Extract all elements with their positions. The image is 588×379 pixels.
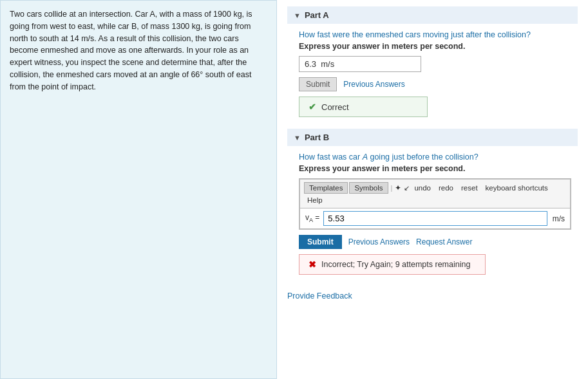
part-b-express: Express your answer in meters per second… (299, 164, 571, 173)
math-toolbar: Templates Symbols | ✦ ↙ undo redo reset … (299, 179, 571, 208)
part-b-arrow-icon: ▼ (294, 134, 301, 142)
part-a-correct-label: Correct (321, 102, 349, 112)
part-a-label: Part A (305, 10, 329, 20)
part-a-input-row (299, 56, 571, 72)
part-b-incorrect-banner: ✖ Incorrect; Try Again; 9 attempts remai… (299, 254, 486, 275)
part-a-express: Express your answer in meters per second… (299, 42, 571, 51)
part-b-submit-button[interactable]: Submit (299, 235, 342, 249)
part-a-previous-answers-link[interactable]: Previous Answers (343, 80, 404, 89)
part-a-correct-banner: ✔ Correct (299, 97, 428, 117)
checkmark-icon: ✔ (308, 102, 316, 112)
problem-description: Two cars collide at an intersection. Car… (0, 0, 277, 379)
part-b-incorrect-label: Incorrect; Try Again; 9 attempts remaini… (321, 260, 470, 269)
part-b-section: ▼ Part B How fast was car A going just b… (287, 129, 578, 275)
part-a-submit-button[interactable]: Submit (299, 77, 337, 91)
x-icon: ✖ (308, 259, 316, 270)
math-prefix-label: vA = (305, 213, 319, 223)
part-a-header: ▼ Part A (287, 6, 578, 24)
part-b-request-answer-link[interactable]: Request Answer (416, 237, 472, 246)
math-input-row: vA = m/s (299, 208, 571, 229)
toolbar-icons: ✦ ↙ (395, 183, 410, 192)
star-icon: ✦ (395, 183, 401, 192)
part-a-arrow-icon: ▼ (294, 12, 301, 19)
cursor-icon: ↙ (404, 184, 410, 192)
answer-panel: ▼ Part A How fast were the enmeshed cars… (277, 0, 588, 379)
part-a-body: How fast were the enmeshed cars moving j… (287, 30, 578, 117)
part-b-header: ▼ Part B (287, 129, 578, 146)
reset-button[interactable]: reset (458, 183, 481, 193)
part-b-question: How fast was car A going just before the… (299, 153, 571, 162)
part-b-math-input[interactable] (323, 211, 547, 226)
undo-button[interactable]: undo (411, 183, 434, 193)
symbols-button[interactable]: Symbols (349, 182, 388, 194)
part-b-buttons: Submit Previous Answers Request Answer (299, 235, 571, 249)
help-button[interactable]: Help (304, 195, 326, 205)
keyboard-shortcuts-button[interactable]: keyboard shortcuts (482, 183, 551, 193)
part-b-previous-answers-link[interactable]: Previous Answers (348, 237, 410, 246)
templates-button[interactable]: Templates (304, 182, 348, 194)
problem-text: Two cars collide at an intersection. Car… (10, 10, 252, 91)
part-b-body: How fast was car A going just before the… (287, 153, 578, 275)
part-a-question: How fast were the enmeshed cars moving j… (299, 30, 571, 39)
part-a-input[interactable] (299, 56, 421, 72)
part-a-buttons: Submit Previous Answers (299, 77, 571, 91)
math-input-container: Templates Symbols | ✦ ↙ undo redo reset … (299, 178, 571, 230)
part-b-label: Part B (305, 133, 329, 142)
part-a-section: ▼ Part A How fast were the enmeshed cars… (287, 6, 578, 117)
math-suffix-label: m/s (553, 214, 565, 223)
redo-button[interactable]: redo (435, 183, 457, 193)
provide-feedback-link[interactable]: Provide Feedback (287, 291, 352, 300)
